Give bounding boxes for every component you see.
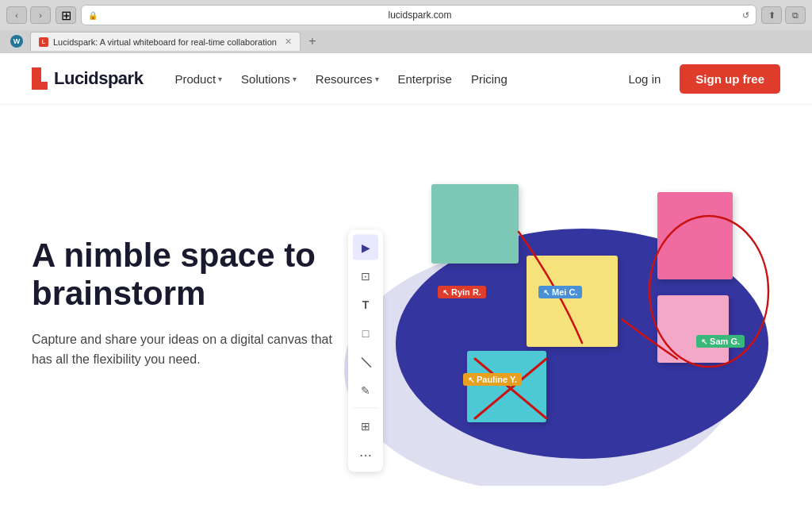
select-tool[interactable]: ▶ — [353, 235, 378, 260]
text-tool[interactable]: T — [353, 292, 378, 318]
reload-icon[interactable]: ↺ — [742, 10, 749, 21]
address-bar[interactable]: 🔒 lucidspark.com ↺ — [81, 5, 756, 25]
sticky-note-teal[interactable] — [431, 184, 519, 264]
cursor-sam: ↖ Sam G. — [696, 335, 745, 348]
website-content: Lucidspark Product ▾ Solutions ▾ Resourc… — [0, 53, 812, 486]
cursor-pauline: ↖ Pauline Y. — [463, 373, 522, 386]
tab-title: Lucidspark: A virtual whiteboard for rea… — [53, 37, 277, 47]
add-tab-button[interactable]: + — [304, 33, 321, 50]
canvas-illustration: ▶ ⊡ T □ | ✎ ⊞ ⋯ ↖ Ryin — [336, 168, 812, 486]
hero-subtext: Capture and share your ideas on a digita… — [32, 329, 349, 370]
nav-product[interactable]: Product ▾ — [167, 66, 230, 92]
cursor-arrow-mei: ↖ — [543, 288, 550, 297]
sidebar-button[interactable]: ⊞ — [56, 6, 76, 24]
hero-text-block: A nimble space to brainstorm Capture and… — [32, 237, 349, 370]
lock-icon: 🔒 — [88, 11, 98, 20]
nav-actions: Log in Sign up free — [619, 64, 780, 94]
nav-pricing[interactable]: Pricing — [463, 66, 515, 92]
back-button[interactable]: ‹ — [6, 6, 27, 24]
active-tab[interactable]: L Lucidspark: A virtual whiteboard for r… — [30, 32, 301, 51]
tab-bar: W L Lucidspark: A virtual whiteboard for… — [0, 30, 812, 52]
more-tool[interactable]: ⋯ — [353, 442, 378, 468]
tab-close-button[interactable]: ✕ — [285, 37, 292, 47]
share-button[interactable]: ⬆ — [761, 6, 782, 24]
signup-button[interactable]: Sign up free — [680, 64, 780, 94]
sticky-note-pink[interactable] — [657, 192, 733, 279]
hero-section: A nimble space to brainstorm Capture and… — [0, 105, 812, 486]
nav-links: Product ▾ Solutions ▾ Resources ▾ Enterp… — [167, 66, 619, 92]
nav-buttons: ‹ › — [6, 6, 51, 24]
logo-text: Lucidspark — [54, 68, 143, 89]
browser-chrome: ‹ › ⊞ 🔒 lucidspark.com ↺ ⬆ ⧉ W L Lucidsp… — [0, 0, 812, 53]
url-text: lucidspark.com — [102, 10, 737, 21]
new-window-button[interactable]: ⧉ — [785, 6, 806, 24]
nav-resources[interactable]: Resources ▾ — [308, 66, 387, 92]
resources-chevron-icon: ▾ — [375, 75, 379, 83]
line-tool[interactable]: | — [347, 344, 383, 379]
nav-solutions[interactable]: Solutions ▾ — [233, 66, 304, 92]
tool-panel: ▶ ⊡ T □ | ✎ ⊞ ⋯ — [348, 230, 383, 472]
solutions-chevron-icon: ▾ — [293, 75, 297, 83]
cursor-arrow-ryin: ↖ — [442, 288, 449, 297]
browser-toolbar: ‹ › ⊞ 🔒 lucidspark.com ↺ ⬆ ⧉ — [0, 0, 812, 30]
forward-button[interactable]: › — [30, 6, 51, 24]
sticky-note-pink-light[interactable] — [657, 295, 729, 363]
navigation: Lucidspark Product ▾ Solutions ▾ Resourc… — [0, 53, 812, 105]
grid-tool[interactable]: ⊞ — [353, 414, 378, 439]
wordpress-icon: W — [6, 33, 27, 50]
pen-tool[interactable]: ✎ — [353, 378, 378, 403]
logo-link[interactable]: Lucidspark — [32, 67, 143, 90]
nav-enterprise[interactable]: Enterprise — [390, 66, 460, 92]
shape-tool[interactable]: □ — [353, 321, 378, 346]
hero-heading: A nimble space to brainstorm — [32, 237, 349, 314]
tab-favicon: L — [39, 37, 48, 47]
tool-divider — [353, 408, 378, 409]
cursor-arrow-pauline: ↖ — [468, 375, 474, 384]
cursor-ryin: ↖ Ryin R. — [438, 286, 486, 298]
svg-rect-1 — [32, 82, 48, 90]
sticky-note-cyan[interactable] — [467, 351, 546, 422]
product-chevron-icon: ▾ — [218, 75, 222, 83]
cursor-arrow-sam: ↖ — [701, 337, 707, 346]
cursor-mei: ↖ Mei C. — [538, 286, 582, 298]
browser-action-buttons: ⬆ ⧉ — [761, 6, 806, 24]
sticky-note-yellow[interactable] — [527, 256, 618, 347]
login-button[interactable]: Log in — [619, 66, 670, 92]
logo-icon — [32, 67, 48, 90]
frame-tool[interactable]: ⊡ — [353, 264, 378, 289]
